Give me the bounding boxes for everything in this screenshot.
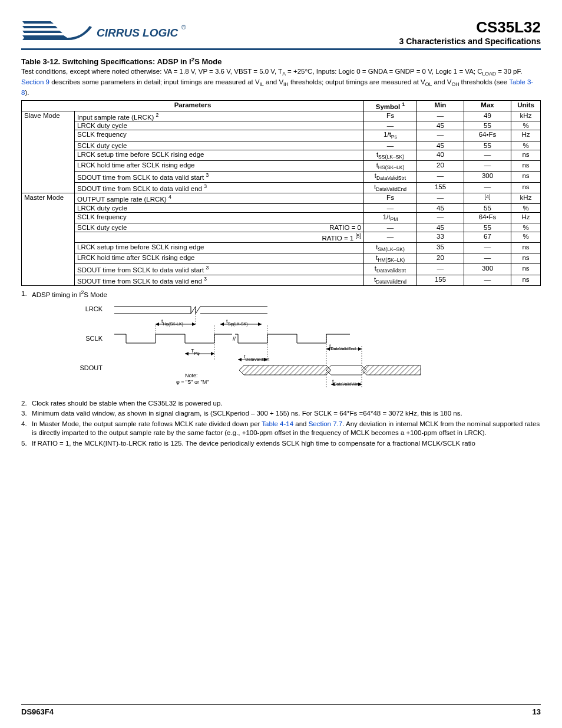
link-section-7-7[interactable]: Section 7.7 [309, 420, 343, 427]
param-cell: SDOUT time from SCLK to data valid start… [75, 264, 364, 275]
param-cell: LRCK hold time after SCLK rising edge [75, 253, 364, 264]
svg-text:tDataValidWind: tDataValidWind [332, 378, 361, 386]
symbol-cell: — [364, 121, 417, 130]
svg-marker-15 [185, 352, 189, 355]
param-cell: SCLK duty cycle [75, 141, 364, 150]
symbol-cell: tDataValidStrt [364, 172, 417, 182]
units-cell: % [511, 141, 541, 150]
cirrus-logic-logo-icon: CIRRUS LOGIC ® [21, 17, 186, 46]
units-cell: ns [511, 182, 541, 193]
th-parameters: Parameters [22, 100, 364, 111]
units-cell: % [511, 232, 541, 242]
symbol-cell: tSS(LK–SK) [364, 150, 417, 160]
table-row: SDOUT time from SCLK to data valid end 3… [22, 182, 541, 193]
brand-logo: CIRRUS LOGIC ® [21, 17, 186, 46]
max-cell: — [464, 242, 511, 253]
symbol-cell: — [364, 223, 417, 232]
th-units: Units [511, 100, 541, 111]
units-cell: % [511, 121, 541, 130]
max-cell: 64•Fs [464, 130, 511, 141]
svg-text:TPφ: TPφ [191, 348, 200, 356]
min-cell: — [417, 130, 464, 141]
table-row: LRCK setup time before SCLK rising edget… [22, 150, 541, 160]
symbol-cell: Fs [364, 111, 417, 121]
svg-text:SCLK: SCLK [85, 335, 103, 342]
max-cell: 64•Fs [464, 212, 511, 223]
table-row: SCLK frequency1/tPM—64•FsHz [22, 212, 541, 223]
max-cell: 55 [464, 203, 511, 212]
max-cell: 55 [464, 141, 511, 150]
min-cell: 45 [417, 223, 464, 232]
svg-text:®: ® [181, 24, 186, 31]
units-cell: kHz [511, 193, 541, 203]
table-row: LRCK hold time after SCLK rising edgetHS… [22, 160, 541, 171]
min-cell: 40 [417, 150, 464, 160]
svg-text:Note:: Note: [185, 373, 198, 378]
max-cell: [4] [464, 193, 511, 203]
symbol-cell: — [364, 141, 417, 150]
param-cell: LRCK duty cycle [75, 203, 364, 212]
link-section-9[interactable]: Section 9 [21, 78, 49, 85]
max-cell: — [464, 253, 511, 264]
units-cell: % [511, 223, 541, 232]
symbol-cell: 1/tPM [364, 212, 417, 223]
min-cell: 45 [417, 121, 464, 130]
symbol-cell: tDataValidEnd [364, 275, 417, 285]
svg-marker-24 [358, 347, 362, 351]
page-header: CIRRUS LOGIC ® CS35L32 3 Characteristics… [21, 17, 541, 50]
param-cell: SDOUT time from SCLK to data valid end 3 [75, 275, 364, 285]
symbol-cell: tDataValidStrt [364, 264, 417, 275]
svg-text:tSφ(LK-SK): tSφ(LK-SK) [226, 318, 248, 327]
svg-marker-7 [156, 322, 159, 326]
mode-cell: Slave Mode [22, 111, 75, 193]
link-table-4-14[interactable]: Table 4-14 [262, 420, 293, 427]
table-row: Master ModeOUTPUT sample rate (LRCK) 4Fs… [22, 193, 541, 203]
table-row: SCLK duty cycle—4555% [22, 141, 541, 150]
param-cell: SCLK duty cycleRATIO = 0 [75, 223, 364, 232]
table-row: Slave ModeInput sample rate (LRCK) 2Fs—4… [22, 111, 541, 121]
footnote-4: 4.In Master Mode, the output sample rate… [21, 420, 541, 438]
th-symbol: Symbol 1 [364, 100, 417, 111]
param-cell: SCLK frequency [75, 130, 364, 141]
table-row: SCLK duty cycleRATIO = 0—4555% [22, 223, 541, 232]
units-cell: Hz [511, 130, 541, 141]
min-cell: 45 [417, 141, 464, 150]
units-cell: ns [511, 275, 541, 285]
spec-table: Parameters Symbol 1 Min Max Units Slave … [21, 100, 541, 286]
symbol-cell: — [364, 232, 417, 242]
min-cell: — [417, 111, 464, 121]
param-cell: LRCK setup time before SCLK rising edge [75, 150, 364, 160]
max-cell: — [464, 182, 511, 193]
th-max: Max [464, 100, 511, 111]
min-cell: 155 [417, 182, 464, 193]
svg-marker-19 [238, 358, 242, 361]
min-cell: — [417, 212, 464, 223]
page-footer: DS963F4 13 [21, 704, 541, 716]
table-row: RATIO = 1 [5]—3367% [22, 232, 541, 242]
footnote-3: 3.Minimum data valid window, as shown in… [21, 409, 541, 419]
table-row: SDOUT time from SCLK to data valid end 3… [22, 275, 541, 285]
units-cell: kHz [511, 111, 541, 121]
min-cell: 20 [417, 160, 464, 171]
max-cell: 300 [464, 172, 511, 182]
max-cell: 55 [464, 223, 511, 232]
min-cell: — [417, 193, 464, 203]
table-row: LRCK hold time after SCLK rising edgetHM… [22, 253, 541, 264]
symbol-cell: tHS(SK–LK) [364, 160, 417, 171]
max-cell: 55 [464, 121, 511, 130]
min-cell: 20 [417, 253, 464, 264]
param-cell: LRCK hold time after SCLK rising edge [75, 160, 364, 171]
section-heading: 3 Characteristics and Specifications [399, 37, 541, 46]
test-conditions: Test conditions, except where noted othe… [21, 67, 541, 97]
min-cell: 35 [417, 242, 464, 253]
svg-text:φ = "S" or "M": φ = "S" or "M" [176, 379, 209, 385]
param-cell: SCLK frequency [75, 212, 364, 223]
max-cell: — [464, 275, 511, 285]
table-row: SCLK frequency1/tPs—64•FsHz [22, 130, 541, 141]
param-cell: LRCK duty cycle [75, 121, 364, 130]
symbol-cell: 1/tPs [364, 130, 417, 141]
param-cell: OUTPUT sample rate (LRCK) 4 [75, 193, 364, 203]
svg-text:SDOUT: SDOUT [80, 364, 103, 371]
param-cell: LRCK setup time before SCLK rising edge [75, 242, 364, 253]
svg-marker-12 [258, 322, 262, 326]
